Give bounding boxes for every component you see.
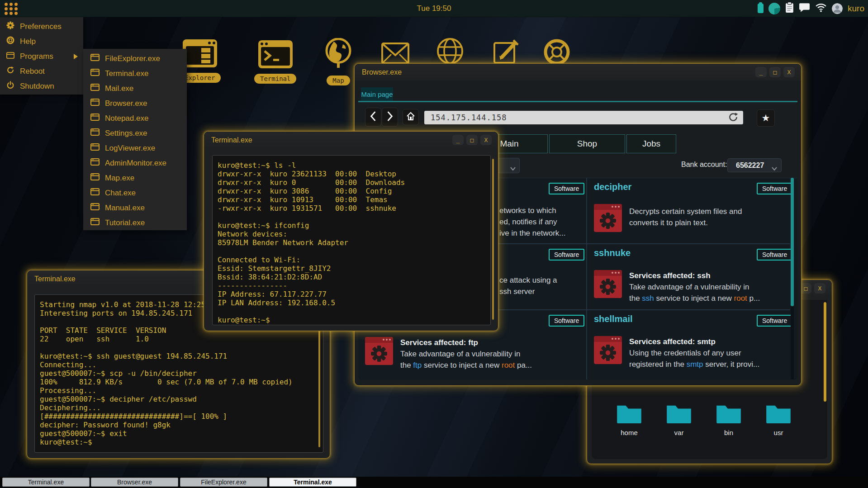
chat-icon[interactable]	[799, 3, 810, 14]
desktop-icon-notepad[interactable]	[493, 38, 520, 66]
submenu-label: Notepad.exe	[105, 114, 148, 123]
software-card-decipher[interactable]: decipher Software Decrypts certain syste…	[587, 178, 790, 243]
window-icon	[90, 114, 100, 123]
card-description: ce attack using assh server	[499, 275, 557, 297]
bank-account-select[interactable]: 6562227	[727, 158, 782, 172]
submenu-label: Map.exe	[105, 174, 134, 183]
desktop-icon-mail[interactable]	[381, 43, 409, 66]
username[interactable]: kuro	[848, 4, 864, 14]
folder-bin[interactable]: bin	[710, 403, 748, 436]
menu-item-preferences[interactable]: Preferences	[0, 19, 83, 34]
site-tab-jobs[interactable]: Jobs	[626, 134, 676, 153]
disk-usage-icon	[768, 3, 780, 14]
software-card-shellmail[interactable]: shellmail Software Services affected: sm…	[587, 310, 790, 375]
window-icon	[90, 69, 100, 78]
folder-icon	[616, 403, 642, 425]
maximize-button[interactable]: □	[466, 135, 478, 145]
desktop-icon-browser-globe[interactable]	[436, 38, 464, 66]
submenu-item-chat[interactable]: Chat.exe	[83, 185, 187, 200]
taskbar-item-browser[interactable]: Browser.exe	[91, 478, 178, 487]
card-description: Decrypts certain system files andconvert…	[629, 206, 742, 228]
menu-item-reboot[interactable]: Reboot	[0, 64, 83, 79]
software-badge: Software	[549, 315, 584, 327]
close-button[interactable]: X	[480, 135, 492, 145]
minimize-button[interactable]: _	[452, 135, 464, 145]
browser-titlebar[interactable]: Browser.exe	[355, 64, 801, 81]
folder-var[interactable]: var	[660, 403, 698, 436]
desktop-icon-map[interactable]: Map	[325, 38, 352, 85]
submenu-item-notepad[interactable]: Notepad.exe	[83, 111, 187, 126]
bank-account-value: 6562227	[736, 161, 764, 170]
site-tab-shop[interactable]: Shop	[549, 134, 625, 153]
window-icon	[90, 143, 100, 153]
chevron-left-icon	[370, 111, 377, 123]
menu-item-programs[interactable]: Programs	[0, 49, 83, 64]
programs-submenu: FileExplorer.exe Terminal.exe Mail.exe B…	[83, 49, 187, 230]
card-description: Services affected: smtp Using the creden…	[629, 336, 759, 370]
back-button[interactable]	[365, 108, 381, 127]
terminal-label: Terminal	[254, 74, 296, 84]
terminal-scrollbar[interactable]	[492, 159, 494, 320]
folder-usr[interactable]: usr	[759, 403, 797, 436]
user-avatar[interactable]	[832, 3, 843, 14]
wifi-icon[interactable]	[815, 3, 827, 14]
map-label: Map	[327, 76, 350, 85]
taskbar: Terminal.exe Browser.exe FileExplorer.ex…	[0, 477, 868, 488]
refresh-icon[interactable]	[728, 112, 739, 124]
home-icon	[406, 111, 416, 123]
fileexplorer-scrollbar[interactable]	[824, 302, 826, 402]
submenu-item-map[interactable]: Map.exe	[83, 171, 187, 185]
bank-account-label: Bank account:	[681, 161, 727, 169]
close-button[interactable]: X	[783, 67, 795, 77]
globe-icon	[436, 38, 464, 66]
maximize-button[interactable]: □	[800, 283, 811, 294]
browser-scrollbar-thumb[interactable]	[791, 178, 794, 306]
taskbar-item-fileexplorer[interactable]: FileExplorer.exe	[180, 478, 267, 487]
submenu-label: FileExplorer.exe	[105, 54, 160, 63]
gear-icon	[6, 21, 14, 32]
window-icon	[90, 218, 100, 227]
submenu-item-settings[interactable]: Settings.exe	[83, 126, 187, 141]
desktop-icon-terminal[interactable]: Terminal	[254, 40, 296, 84]
window-icon	[90, 99, 100, 108]
clipboard-icon[interactable]	[785, 2, 794, 15]
browser-page-tab[interactable]: Main page	[361, 87, 393, 101]
url-input[interactable]	[424, 111, 743, 124]
submenu-item-adminmonitor[interactable]: AdminMonitor.exe	[83, 156, 187, 171]
taskbar-item-terminal-2[interactable]: Terminal.exe	[269, 478, 356, 487]
terminal-window-center: Terminal.exe _ □ X kuro@test:~$ ls -l dr…	[204, 131, 498, 331]
bookmark-star-button[interactable]: ★	[757, 109, 775, 127]
submenu-label: Mail.exe	[105, 84, 133, 93]
submenu-item-mail[interactable]: Mail.exe	[83, 81, 187, 96]
folder-home[interactable]: home	[610, 403, 648, 436]
submenu-item-fileexplorer[interactable]: FileExplorer.exe	[83, 51, 187, 66]
window-icon	[90, 203, 100, 213]
submenu-item-browser[interactable]: Browser.exe	[83, 96, 187, 111]
menu-label: Shutdown	[20, 82, 54, 91]
submenu-item-tutorial[interactable]: Tutorial.exe	[83, 215, 187, 230]
close-button[interactable]: X	[814, 283, 825, 294]
folder-icon	[716, 403, 742, 425]
card-title: sshnuke	[594, 248, 631, 258]
minimize-button[interactable]: _	[755, 67, 767, 77]
taskbar-item-terminal-1[interactable]: Terminal.exe	[2, 478, 90, 487]
forward-button[interactable]	[382, 108, 398, 127]
submenu-label: Manual.exe	[105, 204, 145, 213]
home-button[interactable]	[403, 109, 419, 125]
folder-label: bin	[724, 429, 733, 436]
software-app-icon	[594, 204, 622, 232]
submenu-item-terminal[interactable]: Terminal.exe	[83, 66, 187, 81]
menu-item-help[interactable]: Help	[0, 34, 83, 49]
submenu-label: Tutorial.exe	[105, 218, 145, 227]
submenu-arrow-icon	[74, 54, 78, 59]
terminal-output: kuro@test:~$ ls -l drwxr-xr-x kuro 23621…	[213, 156, 490, 324]
menu-item-shutdown[interactable]: Shutdown	[0, 79, 83, 94]
submenu-item-manual[interactable]: Manual.exe	[83, 200, 187, 215]
window-title: Terminal.exe	[211, 136, 252, 144]
mail-icon	[381, 43, 409, 66]
maximize-button[interactable]: □	[769, 67, 781, 77]
submenu-item-logviewer[interactable]: LogViewer.exe	[83, 141, 187, 156]
menu-label: Programs	[20, 52, 53, 61]
software-card-sshnuke[interactable]: sshnuke Software Services affected: ssh …	[587, 244, 790, 309]
map-globe-icon	[325, 38, 352, 72]
